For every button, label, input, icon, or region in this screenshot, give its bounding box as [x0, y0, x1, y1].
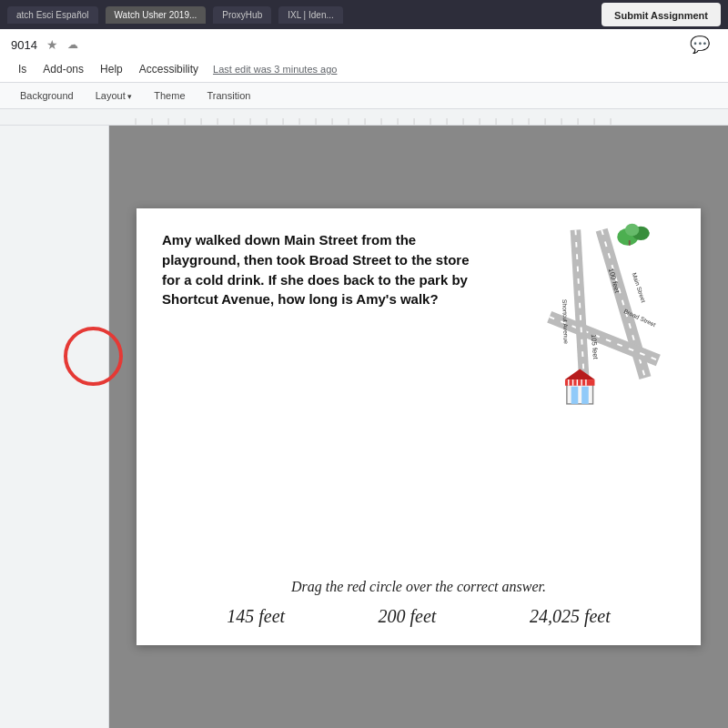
browser-tab-4[interactable]: IXL | Iden... [278, 6, 343, 24]
slides-panel [0, 126, 109, 728]
comment-icon[interactable]: 💬 [690, 35, 710, 55]
svg-text:Main Street: Main Street [632, 272, 647, 304]
toolbar-background-btn[interactable]: Background [11, 86, 83, 105]
toolbar-layout-btn[interactable]: Layout [86, 86, 142, 105]
slide-map: 100 feet 105 feet Broad Street Shortcut … [493, 221, 675, 421]
answer-choices: 145 feet 200 feet 24,025 feet [162, 606, 675, 627]
svg-rect-17 [581, 387, 589, 404]
menu-is[interactable]: Is [11, 60, 34, 78]
slides-header: 9014 ★ ☁ 💬 Is Add-ons Help Accessibility… [0, 29, 728, 83]
browser-tab-3[interactable]: ProxyHub [213, 6, 271, 24]
toolbar-theme-btn[interactable]: Theme [145, 86, 194, 105]
ruler [0, 109, 728, 126]
slides-canvas[interactable]: Amy walked down Main Street from the pla… [109, 126, 728, 728]
slide-question-text: Amy walked down Main Street from the pla… [162, 230, 479, 570]
svg-marker-24 [565, 369, 595, 379]
svg-text:105 feet: 105 feet [590, 334, 600, 360]
svg-text:Shortcut Avenue: Shortcut Avenue [561, 299, 570, 344]
last-edit-label: Last edit was 3 minutes ago [213, 64, 337, 75]
doc-title: 9014 [11, 38, 37, 52]
browser-tab-1[interactable]: atch Esci Español [7, 6, 98, 24]
drag-instruction: Drag the red circle over the correct ans… [162, 579, 675, 595]
svg-point-2 [625, 224, 639, 236]
menu-bar: Is Add-ons Help Accessibility Last edit … [0, 58, 728, 82]
browser-tab-2[interactable]: Watch Usher 2019... [106, 6, 207, 24]
menu-help[interactable]: Help [93, 60, 130, 78]
slides-main: Amy walked down Main Street from the pla… [0, 126, 728, 728]
svg-rect-16 [571, 387, 579, 404]
slide-content-row: Amy walked down Main Street from the pla… [162, 230, 675, 570]
slides-toolbar: Background Layout Theme Transition [0, 83, 728, 109]
answer-choice-3[interactable]: 24,025 feet [530, 606, 611, 627]
answer-choice-2[interactable]: 200 feet [379, 606, 437, 627]
slide[interactable]: Amy walked down Main Street from the pla… [136, 208, 701, 645]
cloud-save-icon: ☁ [67, 38, 78, 51]
map-svg: 100 feet 105 feet Broad Street Shortcut … [493, 221, 675, 421]
submit-assignment-button[interactable]: Submit Assignment [602, 3, 721, 26]
star-icon[interactable]: ★ [46, 37, 58, 52]
menu-accessibility[interactable]: Accessibility [132, 60, 206, 78]
red-circle-draggable[interactable] [64, 327, 123, 386]
svg-rect-18 [565, 379, 595, 386]
menu-addons[interactable]: Add-ons [35, 60, 91, 78]
slides-app: 9014 ★ ☁ 💬 Is Add-ons Help Accessibility… [0, 29, 728, 728]
title-bar: 9014 ★ ☁ 💬 [0, 29, 728, 58]
slide-bottom: Drag the red circle over the correct ans… [162, 579, 675, 627]
toolbar-transition-btn[interactable]: Transition [198, 86, 260, 105]
answer-choice-1[interactable]: 145 feet [227, 606, 285, 627]
browser-bar: atch Esci Español Watch Usher 2019... Pr… [0, 0, 728, 29]
